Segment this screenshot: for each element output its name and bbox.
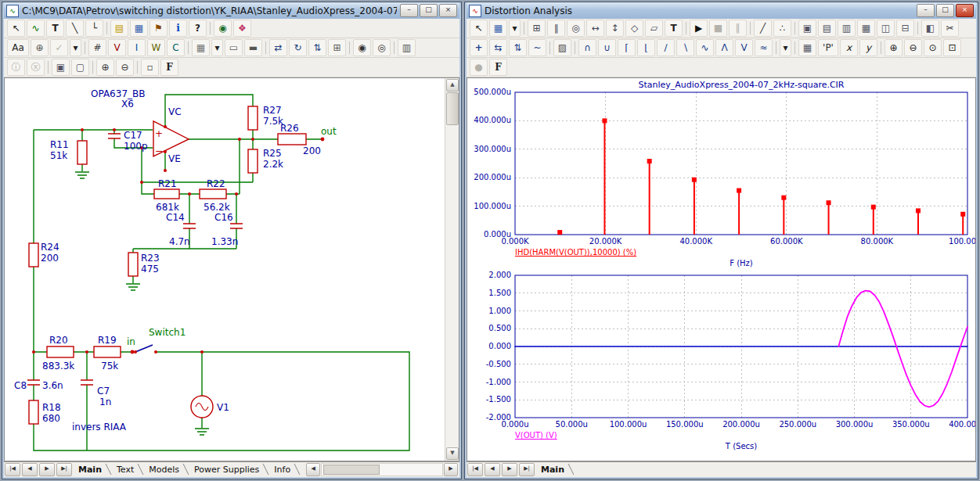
tab-info[interactable]: Info bbox=[268, 462, 300, 477]
resistor-R23[interactable] bbox=[128, 253, 138, 276]
capacitor-C16[interactable] bbox=[230, 224, 243, 228]
polygon-icon[interactable]: ▱ bbox=[645, 20, 663, 37]
capacitor-C7[interactable] bbox=[81, 380, 93, 385]
picture-icon[interactable]: ❖ bbox=[233, 20, 251, 37]
tab-nav-button-3[interactable]: ▶| bbox=[519, 463, 535, 476]
high-icon[interactable]: ⌈ bbox=[618, 39, 636, 56]
slope-icon[interactable]: ╱ bbox=[754, 20, 772, 37]
fall-icon[interactable]: ∖ bbox=[676, 39, 694, 56]
resistor-R19[interactable] bbox=[94, 346, 121, 357]
performance-icon[interactable]: 'P' bbox=[818, 39, 838, 56]
zoom-out-icon[interactable]: ⊖ bbox=[116, 59, 134, 76]
rise-icon[interactable]: ∕ bbox=[657, 39, 675, 56]
waveform-plot-area[interactable]: 0.000K20.000K40.000K60.000K80.000K100.00… bbox=[467, 77, 976, 461]
info-page-icon[interactable]: ⓘ bbox=[7, 59, 25, 76]
mirror-horizontal-icon[interactable]: ⇄ bbox=[269, 39, 287, 56]
resistor-R11[interactable] bbox=[77, 141, 87, 164]
scroll-right-button[interactable]: ▶ bbox=[444, 463, 458, 476]
split-vertical-icon[interactable]: ⊟ bbox=[896, 20, 914, 37]
capacitor-C8[interactable] bbox=[27, 380, 40, 385]
minimize-button[interactable]: – bbox=[917, 4, 935, 17]
panel-icon[interactable]: ◧ bbox=[921, 20, 939, 37]
grid-icon[interactable]: ▦ bbox=[192, 39, 210, 56]
horizontal-scroll-thumb[interactable] bbox=[323, 465, 380, 475]
comment-icon[interactable]: ▤ bbox=[110, 20, 128, 37]
cursor-mode-icon[interactable]: ∥ bbox=[547, 20, 565, 37]
find-icon[interactable]: ◉ bbox=[353, 39, 371, 56]
text-mode-icon[interactable]: T bbox=[665, 20, 683, 37]
zoom-in-icon[interactable]: ⊕ bbox=[96, 59, 114, 76]
global-high-icon[interactable]: Λ bbox=[715, 39, 733, 56]
scale-mode-icon[interactable]: ⊞ bbox=[528, 20, 546, 37]
vertical-scroll-thumb[interactable] bbox=[446, 92, 459, 125]
run-icon[interactable]: ▶ bbox=[690, 20, 708, 37]
resistor-R22[interactable] bbox=[200, 189, 226, 199]
scroll-left-button[interactable]: ◀ bbox=[306, 463, 320, 476]
tab-nav-button-0[interactable]: |◀ bbox=[5, 463, 20, 476]
select-mode-icon[interactable]: ↖ bbox=[7, 20, 25, 37]
stop-circle-icon[interactable]: ● bbox=[470, 59, 488, 76]
clip-mode-icon[interactable]: ✂ bbox=[941, 20, 959, 37]
switch-blade[interactable] bbox=[135, 345, 153, 352]
performance-tag-icon[interactable]: ◇ bbox=[625, 20, 643, 37]
wire-mode-icon[interactable]: ∿ bbox=[27, 20, 45, 37]
minimize-button[interactable]: – bbox=[400, 4, 418, 17]
stop-circle-icon[interactable]: ⓧ bbox=[27, 59, 45, 76]
powers-icon[interactable]: W bbox=[147, 39, 165, 56]
line-mode-icon[interactable]: ╲ bbox=[66, 20, 84, 37]
properties-dropdown-icon[interactable]: ▾ bbox=[780, 39, 791, 56]
restore-button[interactable]: □ bbox=[936, 4, 954, 17]
tab-nav-button-2[interactable]: ▶ bbox=[502, 463, 517, 476]
branch-label-icon[interactable]: ~ bbox=[528, 39, 546, 56]
waveform-buffer-icon[interactable]: ▦ bbox=[857, 20, 875, 37]
stop-icon[interactable]: ■ bbox=[709, 20, 727, 37]
resistor-R18[interactable] bbox=[29, 400, 38, 424]
tab-nav-button-1[interactable]: ◀ bbox=[22, 463, 38, 476]
font-icon[interactable]: F bbox=[160, 59, 178, 76]
go-to-x-icon[interactable]: x bbox=[840, 39, 858, 56]
tab-power-supplies[interactable]: Power Supplies bbox=[189, 462, 268, 477]
scroll-down-button[interactable]: ▼ bbox=[446, 447, 459, 460]
flag-icon[interactable]: ⚑ bbox=[150, 20, 168, 37]
tab-main[interactable]: Main bbox=[535, 462, 574, 477]
mode-dropdown-icon[interactable]: ▾ bbox=[70, 39, 81, 56]
point-tag-icon[interactable]: ◎ bbox=[567, 20, 585, 37]
conditions-icon[interactable]: C bbox=[167, 39, 185, 56]
scroll-up-button[interactable]: ▲ bbox=[446, 79, 459, 92]
analysis-titlebar[interactable]: ∿ Distortion Analysis – □ × bbox=[467, 2, 976, 19]
graph-dropdown-icon[interactable]: ▾ bbox=[509, 20, 521, 37]
tag-horizontal-icon[interactable]: ⇆ bbox=[489, 39, 507, 56]
resistor-R21[interactable] bbox=[154, 189, 179, 199]
schematic-titlebar[interactable]: ∿ C:\MC9\DATA\Petrov\switching distortio… bbox=[4, 2, 459, 19]
split-view-icon[interactable]: ▥ bbox=[398, 39, 416, 56]
graph-object-icon[interactable]: ▦ bbox=[130, 20, 148, 37]
wires[interactable] bbox=[34, 95, 409, 450]
inflection-icon[interactable]: ∿ bbox=[696, 39, 714, 56]
copy-page-icon[interactable]: ▣ bbox=[52, 59, 70, 76]
part-labels[interactable]: OPA637_BB X6 VC VE + − R27 7.5k R26 200 … bbox=[14, 88, 337, 433]
font-attributes-icon[interactable]: Aa bbox=[7, 39, 29, 56]
wire-check-icon[interactable]: ✓ bbox=[50, 39, 68, 56]
plot-properties-icon[interactable]: ▣ bbox=[798, 20, 816, 37]
add-grid-icon[interactable]: ▤ bbox=[818, 20, 836, 37]
resistor-R24[interactable] bbox=[29, 243, 38, 267]
tag-vertical-icon[interactable]: ⇅ bbox=[509, 39, 527, 56]
region-box-icon[interactable]: ▫ bbox=[141, 59, 159, 76]
numeric-grid-icon[interactable]: ▦ bbox=[798, 39, 816, 56]
checker-icon[interactable]: ▨ bbox=[553, 39, 571, 56]
zoom-fit-icon[interactable]: ⊡ bbox=[943, 39, 961, 56]
currents-icon[interactable]: I bbox=[128, 39, 146, 56]
restore-button[interactable]: □ bbox=[420, 4, 438, 17]
vertical-scrollbar[interactable]: ▲ ▼ bbox=[445, 78, 459, 461]
step-region-icon[interactable]: ⊞ bbox=[328, 39, 346, 56]
resistor-R26[interactable] bbox=[278, 134, 306, 145]
zoom-auto-icon[interactable]: ⊙ bbox=[924, 39, 942, 56]
node-voltages-icon[interactable]: V bbox=[108, 39, 126, 56]
capacitor-C17[interactable] bbox=[108, 134, 121, 138]
low-icon[interactable]: ⌊ bbox=[637, 39, 655, 56]
select-mode-icon[interactable]: ↖ bbox=[470, 20, 488, 37]
info-icon[interactable]: i bbox=[169, 20, 187, 37]
tab-main[interactable]: Main bbox=[73, 462, 111, 477]
flip-vertical-icon[interactable]: ⇅ bbox=[308, 39, 326, 56]
border-icon[interactable]: ▭ bbox=[225, 39, 243, 56]
